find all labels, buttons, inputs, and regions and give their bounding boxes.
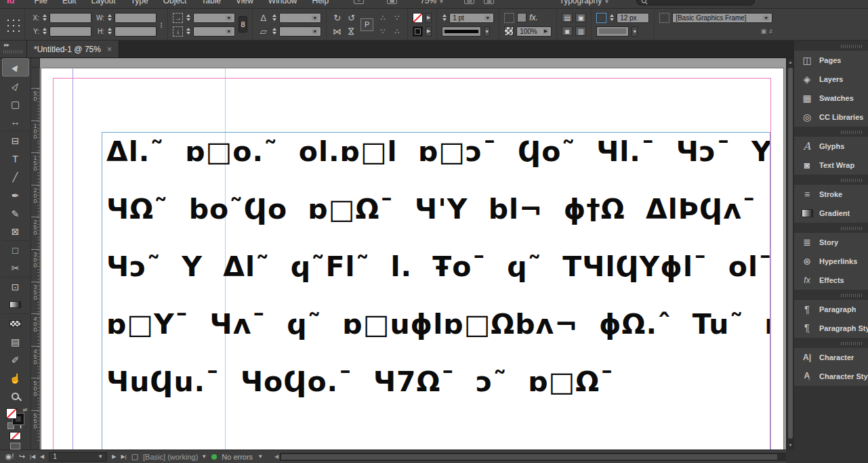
y-stepper[interactable] (42, 28, 47, 35)
preflight-icon[interactable]: ◉! (5, 452, 14, 461)
panel-grip[interactable] (3, 50, 22, 53)
fitting-dropdown[interactable] (596, 26, 629, 37)
chevron-down-icon[interactable]: ▼ (763, 16, 769, 20)
chevron-down-icon[interactable]: ▼ (632, 26, 638, 37)
dock-item-character-styles[interactable]: A Character Styles (794, 367, 868, 386)
scale-y-stepper[interactable] (186, 28, 190, 35)
previous-page-button[interactable]: ◀ (40, 454, 44, 460)
gap-tool[interactable]: ↔ (2, 113, 29, 131)
vertical-ruler[interactable]: 50100150200250300350400450500550 (31, 58, 40, 449)
w-stepper[interactable] (107, 14, 112, 21)
corner-options-icon[interactable] (504, 13, 514, 23)
line-tool[interactable]: ╱ (2, 168, 29, 186)
rotate-cw-icon[interactable]: ↻ (331, 13, 343, 23)
h-input[interactable] (115, 26, 157, 37)
select-previous-icon[interactable]: ∵ (391, 14, 402, 22)
content-collector-tool[interactable]: ⊟ (2, 131, 29, 150)
share-icon[interactable]: ↪ (19, 452, 25, 461)
quick-apply-icon[interactable]: ▣ (761, 28, 767, 35)
wrap-bounding-box-icon[interactable]: ▣ (575, 13, 586, 22)
ruler-corner[interactable] (31, 58, 40, 68)
dock-item-stroke[interactable]: ≡ Stroke (794, 185, 868, 204)
pen-tool[interactable]: ✒ (2, 186, 29, 204)
break-link-style-icon[interactable]: ≠ (769, 28, 772, 35)
drop-shadow-icon[interactable] (517, 13, 526, 22)
dock-item-pages[interactable]: ◫ Pages (794, 51, 868, 70)
wrap-none-icon[interactable]: ▤ (562, 13, 573, 22)
rotation-stepper[interactable] (272, 14, 276, 21)
scroll-left-icon[interactable]: ◀ (274, 454, 278, 460)
rotation-input[interactable]: ▼ (279, 13, 321, 23)
dock-item-layers[interactable]: ◈ Layers (794, 70, 868, 89)
fill-stroke-controls[interactable]: ⇄ (2, 407, 29, 422)
stroke-weight-stepper[interactable] (442, 14, 447, 21)
chevron-down-icon[interactable]: ▼ (226, 29, 232, 34)
dock-item-gradient[interactable]: Gradient (794, 204, 868, 223)
menu-item[interactable]: Help (305, 0, 337, 5)
zoom-tool[interactable] (2, 387, 29, 405)
gradient-feather-tool[interactable] (2, 314, 29, 332)
scale-x-stepper[interactable] (186, 14, 190, 21)
stroke-color-arrow[interactable]: ▶ (426, 13, 432, 23)
direct-selection-tool[interactable]: ▻ (2, 76, 29, 95)
chevron-right-icon[interactable]: ▶ (543, 28, 548, 34)
horizontal-scrollbar[interactable]: ◀ ▶ (274, 452, 793, 462)
opacity-input[interactable]: 100%▶ (516, 26, 552, 37)
shear-input[interactable]: ▼ (279, 26, 321, 37)
rectangle-tool[interactable]: □ (2, 241, 29, 259)
last-page-button[interactable]: ▶| (121, 454, 126, 460)
frame-tool[interactable]: ⊠ (2, 223, 29, 241)
preflight-preset-dropdown[interactable]: [Basic] (working) ▼ (143, 453, 207, 461)
type-tool[interactable]: T (2, 150, 29, 168)
menu-item[interactable]: Table (194, 0, 228, 5)
dock-item-story[interactable]: ≣ Story (794, 233, 868, 252)
menu-item[interactable]: Type (123, 0, 156, 5)
fill-color-arrow[interactable]: ▶ (426, 26, 432, 37)
gap-stepper[interactable] (609, 14, 614, 21)
next-page-button[interactable]: ▶ (112, 454, 116, 460)
chevron-down-icon[interactable]: ▼ (312, 16, 318, 20)
menu-item[interactable]: Window (261, 0, 305, 5)
dock-item-hyperlinks[interactable]: ⊛ Hyperlinks (794, 252, 868, 271)
fill-swatch[interactable] (6, 408, 17, 419)
dock-item-effects[interactable]: fx Effects (794, 271, 868, 290)
x-stepper[interactable] (42, 14, 47, 21)
chevron-down-icon[interactable]: ▼ (257, 454, 263, 460)
first-page-button[interactable]: |◀ (30, 454, 35, 460)
scale-y-input[interactable]: ▼ (193, 26, 235, 37)
hand-tool[interactable]: ☝ (2, 369, 29, 387)
apply-none-button[interactable] (9, 432, 21, 440)
stroke-color-swatch[interactable] (413, 13, 423, 23)
search-input[interactable] (636, 0, 755, 5)
scrollbar-thumb[interactable] (281, 454, 777, 460)
wrap-object-shape-icon[interactable]: ◙ (562, 26, 573, 36)
dock-item-text-wrap[interactable]: ◙ Text Wrap (794, 156, 868, 175)
chevron-down-icon[interactable]: ▼ (484, 16, 491, 20)
dock-item-paragraph[interactable]: ¶ Paragraph (794, 300, 868, 319)
shear-stepper[interactable] (272, 28, 276, 35)
vertical-scrollbar[interactable]: ▲ ▼ (786, 58, 794, 449)
stroke-weight-input[interactable]: 1 pt▼ (449, 13, 494, 23)
menu-item[interactable]: File (27, 0, 55, 5)
dock-item-swatches[interactable]: ▦ Swatches (794, 89, 868, 108)
note-tool[interactable]: ▤ (2, 332, 29, 351)
menu-item[interactable]: Edit (55, 0, 84, 5)
fill-color-swatch[interactable] (413, 26, 423, 37)
reference-point-proxy-icon[interactable] (5, 17, 20, 32)
wrap-jump-icon[interactable]: ▥ (575, 26, 586, 36)
page-number-dropdown[interactable]: 1 ▼ (49, 452, 107, 462)
scrollbar-thumb[interactable] (788, 68, 793, 439)
dock-item-cc-libraries[interactable]: ◎ CC Libraries (794, 108, 868, 127)
scale-x-input[interactable]: ▼ (193, 13, 235, 23)
select-content-icon[interactable]: ∵ (377, 27, 388, 36)
chevron-down-icon[interactable]: ▼ (484, 26, 490, 37)
object-style-dropdown[interactable]: [Basic Graphics Frame]▼ (672, 13, 772, 23)
frame-fitting-icon[interactable] (596, 13, 606, 23)
gap-input[interactable]: 12 px (617, 13, 649, 23)
stroke-type-dropdown[interactable] (442, 26, 481, 37)
close-icon[interactable]: × (107, 45, 112, 54)
select-container-icon[interactable]: ∴ (377, 14, 388, 22)
scroll-down-icon[interactable]: ▼ (787, 441, 794, 449)
document-tab[interactable]: *Untitled-1 @ 75% × (27, 41, 119, 58)
y-input[interactable] (49, 26, 91, 37)
